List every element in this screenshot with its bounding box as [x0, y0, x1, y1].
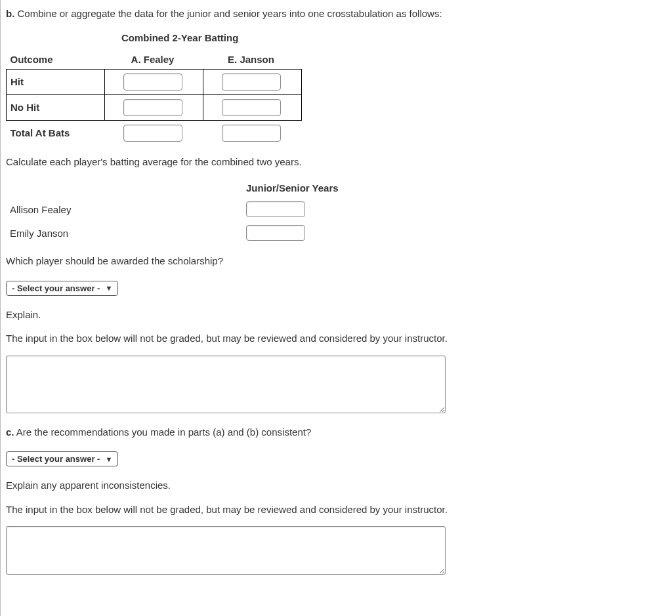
not-graded-b: The input in the box below will not be g… — [6, 331, 672, 346]
avg-player2-label: Emily Janson — [6, 221, 242, 245]
avg-player1-label: Allison Fealey — [6, 197, 242, 221]
input-avg-fealey[interactable] — [246, 201, 305, 217]
row-hit-label: Hit — [7, 69, 105, 94]
select-scholarship-label: - Select your answer - — [12, 283, 100, 293]
chevron-down-icon: ▼ — [105, 284, 112, 292]
part-b-text: Combine or aggregate the data for the ju… — [18, 8, 442, 19]
input-nohit-janson[interactable] — [222, 99, 281, 116]
select-consistent-label: - Select your answer - — [12, 454, 100, 464]
input-total-janson[interactable] — [222, 125, 281, 142]
input-avg-janson[interactable] — [246, 225, 305, 241]
textarea-explain-b[interactable] — [6, 356, 446, 413]
avg-title: Junior/Senior Years — [242, 178, 345, 197]
avg-table: Junior/Senior Years Allison Fealey Emily… — [6, 178, 345, 245]
select-consistent[interactable]: - Select your answer - ▼ — [6, 451, 118, 466]
explain-label-b: Explain. — [6, 308, 672, 323]
part-c-text: Are the recommendations you made in part… — [16, 426, 311, 438]
row-nohit-label: No Hit — [7, 94, 105, 120]
crosstab-table: Outcome A. Fealey E. Janson Hit No Hit T… — [6, 50, 302, 146]
input-nohit-fealey[interactable] — [123, 99, 182, 116]
part-c-label: c. — [6, 426, 14, 438]
scholarship-question: Which player should be awarded the schol… — [6, 254, 672, 269]
select-scholarship[interactable]: - Select your answer - ▼ — [6, 281, 118, 296]
part-b-label: b. — [6, 8, 14, 19]
explain-label-c: Explain any apparent inconsistencies. — [6, 478, 672, 493]
input-hit-janson[interactable] — [222, 73, 281, 91]
crosstab-title: Combined 2-Year Batting — [121, 32, 672, 43]
calc-prompt: Calculate each player's batting average … — [6, 155, 672, 170]
chevron-down-icon: ▼ — [105, 455, 112, 463]
header-outcome: Outcome — [7, 50, 105, 70]
not-graded-c: The input in the box below will not be g… — [6, 503, 672, 518]
textarea-explain-c[interactable] — [6, 526, 446, 575]
question-container: b. Combine or aggregate the data for the… — [0, 0, 672, 616]
header-player1: A. Fealey — [105, 50, 203, 70]
header-player2: E. Janson — [203, 50, 302, 70]
part-b-intro: b. Combine or aggregate the data for the… — [6, 7, 672, 22]
row-total-label: Total At Bats — [7, 120, 105, 146]
input-total-fealey[interactable] — [123, 125, 182, 142]
part-c-question: c. Are the recommendations you made in p… — [6, 425, 672, 440]
input-hit-fealey[interactable] — [123, 73, 182, 91]
